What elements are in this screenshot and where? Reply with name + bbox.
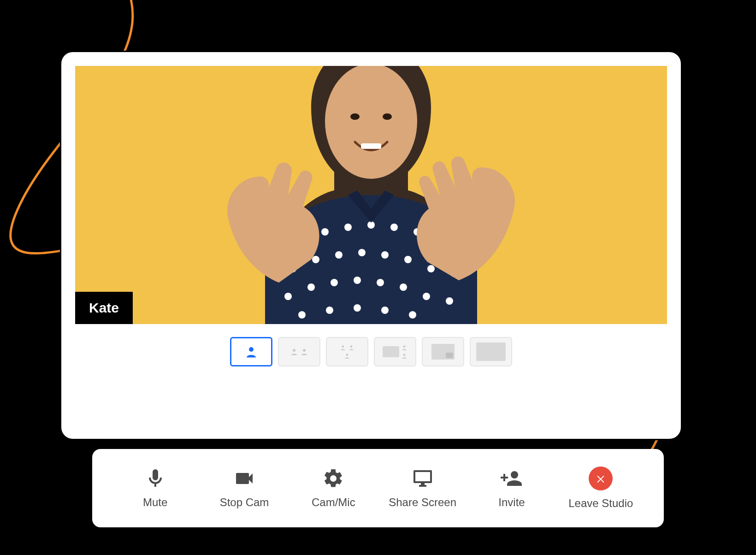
gear-icon [322,467,344,490]
share-screen-button[interactable]: Share Screen [388,467,457,509]
svg-point-29 [354,304,361,312]
svg-point-38 [403,345,406,348]
control-toolbar: Mute Stop Cam Cam/Mic Share Screen Invit… [92,449,664,527]
cam-mic-button[interactable]: Cam/Mic [299,467,368,509]
layout-selector [75,337,667,366]
svg-point-32 [249,347,254,352]
svg-point-13 [335,251,343,259]
studio-window: Kate [60,51,682,440]
svg-point-39 [403,354,406,356]
svg-point-17 [427,265,435,272]
svg-point-20 [307,283,315,291]
add-person-icon [501,467,523,490]
svg-point-5 [321,228,329,236]
svg-point-18 [450,270,458,277]
invite-button[interactable]: Invite [477,467,546,509]
svg-point-0 [325,66,417,179]
person-icon [327,353,367,359]
svg-point-34 [303,349,306,352]
video-area: Kate [75,66,667,324]
cam-mic-label: Cam/Mic [312,496,355,509]
svg-point-24 [400,283,407,291]
share-screen-label: Share Screen [389,496,456,509]
svg-point-23 [377,279,384,286]
leave-label: Leave Studio [568,497,633,510]
layout-grid-four[interactable] [374,337,416,366]
svg-point-27 [298,311,306,319]
svg-point-12 [312,256,319,263]
svg-point-22 [354,277,361,284]
svg-point-14 [358,249,366,256]
svg-point-31 [409,311,416,319]
person-icon [300,348,308,356]
svg-point-10 [437,237,444,245]
participant-name: Kate [89,300,119,315]
svg-point-11 [289,265,296,272]
participant-name-badge: Kate [75,292,133,324]
layout-screen-only[interactable] [470,337,512,366]
person-icon [401,353,408,359]
svg-point-21 [331,279,338,286]
stop-cam-label: Stop Cam [220,496,269,509]
svg-point-37 [346,354,348,356]
layout-two-up[interactable] [278,337,320,366]
svg-point-19 [284,293,292,300]
svg-point-8 [390,224,398,231]
svg-point-35 [342,345,344,348]
person-icon [340,344,346,351]
layout-three-up[interactable] [326,337,368,366]
svg-point-33 [293,349,295,352]
svg-rect-3 [361,143,381,149]
svg-point-16 [404,256,412,263]
person-icon [290,348,298,356]
close-icon [589,466,613,490]
person-icon [244,345,258,359]
svg-point-7 [367,221,375,229]
mute-button[interactable]: Mute [121,467,190,509]
svg-point-30 [381,307,389,314]
svg-point-6 [344,224,352,231]
svg-point-1 [350,113,360,120]
layout-single[interactable] [230,337,272,366]
monitor-icon [412,467,434,490]
stop-cam-button[interactable]: Stop Cam [210,467,279,509]
person-icon [348,344,354,351]
layout-screen-pip[interactable] [422,337,464,366]
svg-point-36 [350,345,353,348]
leave-studio-button[interactable]: Leave Studio [566,466,635,510]
participant-video [196,66,546,324]
svg-point-26 [446,297,453,305]
svg-point-4 [298,237,306,245]
video-camera-icon [233,467,255,490]
svg-point-15 [381,251,389,259]
invite-label: Invite [498,496,525,509]
svg-point-9 [413,228,421,236]
svg-point-2 [383,113,392,120]
svg-point-28 [326,307,333,314]
microphone-icon [144,467,166,490]
mute-label: Mute [143,496,167,509]
person-icon [401,344,408,351]
svg-point-25 [423,293,430,300]
